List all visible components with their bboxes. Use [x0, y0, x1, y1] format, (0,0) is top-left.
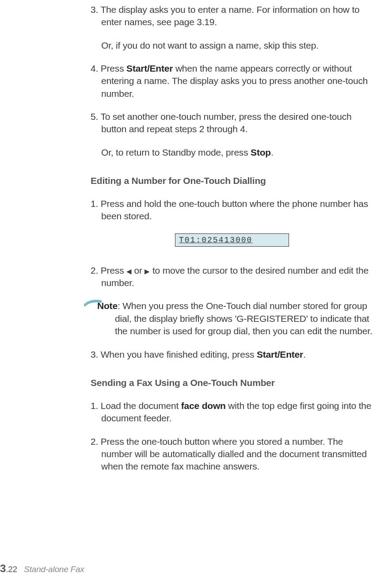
heading-sending: Sending a Fax Using a One-Touch Number [91, 378, 373, 388]
fax-2-text: Press the one-touch button where you sto… [101, 436, 367, 472]
fax-step-1: 1. Load the document face down with the … [91, 400, 373, 425]
step-4-a: Press [101, 63, 126, 73]
left-arrow-icon: ◀ [126, 267, 132, 275]
edit-1-text: Press and hold the one-touch button wher… [101, 199, 368, 221]
fax-step-2: 2. Press the one-touch button where you … [91, 435, 373, 473]
lcd-display: T01:025413000 [175, 233, 289, 247]
step-4: 4. Press Start/Enter when the name appea… [91, 62, 373, 100]
fax-1-a: Load the document [101, 401, 181, 411]
edit-3-a: When you have finished editing, press [101, 349, 257, 359]
edit-step-3: 3. When you have finished editing, press… [91, 348, 373, 361]
note-block: Note: When you press the One-Touch dial … [91, 300, 373, 337]
swoosh-icon [84, 298, 102, 307]
page-chapter: 3 [0, 562, 6, 574]
heading-editing: Editing a Number for One-Touch Dialling [91, 176, 373, 186]
page-footer: 3.22 Stand-alone Fax [0, 562, 84, 575]
step-3-text: The display asks you to enter a name. Fo… [100, 4, 359, 27]
step-3: 3. The display asks you to enter a name.… [91, 4, 373, 29]
edit-2-a: Press [101, 265, 126, 275]
step-5-text: To set another one-touch number, press t… [100, 111, 351, 134]
note-text: When you press the One-Touch dial number… [115, 301, 373, 336]
start-enter-label-2: Start/Enter [257, 349, 303, 359]
step-4-num: 4. [91, 63, 101, 73]
right-arrow-icon: ▶ [145, 267, 150, 275]
edit-2-mid: or [132, 265, 145, 275]
edit-1-num: 1. [91, 199, 101, 209]
stop-label: Stop [251, 147, 271, 157]
edit-step-1: 1. Press and hold the one-touch button w… [91, 198, 373, 223]
step-3-num: 3. [91, 4, 100, 15]
step-3-or: Or, if you do not want to assign a name,… [91, 39, 373, 52]
start-enter-label: Start/Enter [126, 63, 173, 73]
edit-3-num: 3. [91, 349, 101, 359]
step-5-or-a: Or, to return to Standby mode, press [101, 147, 251, 157]
edit-2-num: 2. [91, 265, 101, 275]
note-colon: : [118, 301, 122, 311]
page-title: Stand-alone Fax [24, 565, 84, 574]
step-5: 5. To set another one-touch number, pres… [91, 111, 373, 136]
edit-step-2: 2. Press ◀ or ▶ to move the cursor to th… [91, 264, 373, 290]
step-5-or-b: . [271, 147, 274, 157]
step-5-num: 5. [91, 111, 100, 122]
face-down-label: face down [181, 401, 226, 411]
fax-2-num: 2. [91, 436, 101, 447]
edit-3-b: . [303, 349, 306, 359]
fax-1-num: 1. [91, 401, 101, 411]
page-number: 22 [8, 565, 17, 574]
step-5-or: Or, to return to Standby mode, press Sto… [91, 146, 373, 159]
